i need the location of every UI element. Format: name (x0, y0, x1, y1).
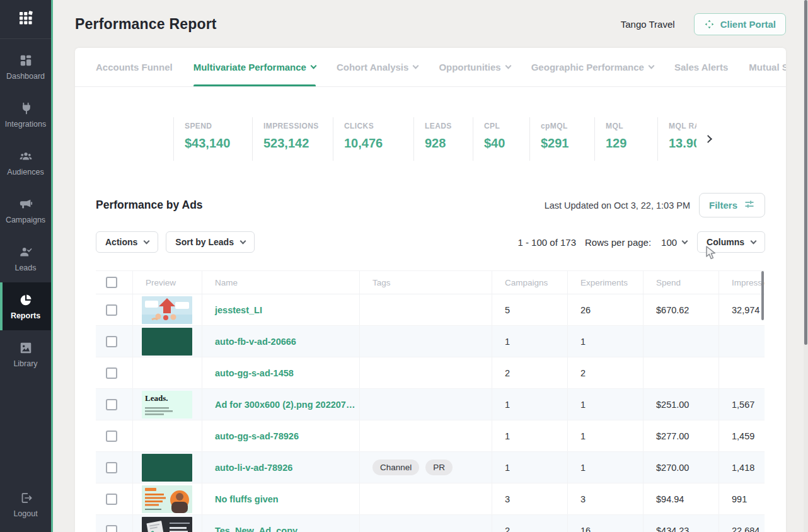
select-all-checkbox[interactable] (106, 277, 117, 288)
tab-mutual-success[interactable]: Mutual Success (749, 48, 786, 86)
ad-name-link[interactable]: auto-li-v-ad-78926 (215, 463, 292, 473)
column-header-impressions[interactable]: Impressions (719, 271, 765, 294)
name-cell: Tes_New_Ad_copy (202, 515, 359, 532)
chevron-down-icon (144, 238, 150, 244)
sidebar-item-library[interactable]: Library (0, 330, 51, 378)
column-header-experiments[interactable]: Experiments (567, 271, 643, 294)
filters-button[interactable]: Filters (699, 193, 765, 217)
app-logo[interactable] (0, 0, 51, 39)
row-checkbox[interactable] (106, 399, 117, 410)
kpi-label: LEADS (425, 122, 473, 130)
ad-name-link[interactable]: jesstest_LI (215, 305, 262, 315)
tags-cell (359, 515, 492, 532)
kpi-label: IMPRESSIONS (263, 122, 333, 130)
kpi-label: MQL (606, 122, 657, 130)
sort-by-label: Sort by Leads (175, 237, 234, 247)
row-checkbox[interactable] (106, 367, 117, 379)
column-header-campaigns[interactable]: Campaigns (492, 271, 567, 294)
ad-name-link[interactable]: Ad for 300x600 (2).png 202207… (215, 400, 355, 410)
ad-name-link[interactable]: No fluffs given (215, 494, 279, 504)
dashboard-icon (19, 54, 33, 67)
table-row: auto-gg-s-ad-145822 (96, 357, 765, 389)
report-tabs: Accounts FunnelMultivariate PerformanceC… (75, 48, 786, 87)
kpi-value: 523,142 (263, 136, 333, 151)
ad-name-link[interactable]: Tes_New_Ad_copy (215, 526, 297, 532)
sidebar-item-audiences[interactable]: Audiences (0, 139, 51, 187)
ad-name-link[interactable]: auto-gg-s-ad-78926 (215, 431, 299, 441)
ad-name-link[interactable]: auto-fb-v-ad-20666 (215, 337, 296, 347)
table-toolbar: Actions Sort by Leads 1 - 100 of 173 Row… (96, 231, 765, 253)
tag-badge: Channel (372, 460, 419, 475)
kpi-label: CLICKS (344, 122, 413, 130)
row-checkbox[interactable] (106, 336, 117, 347)
ad-name-link[interactable]: auto-gg-s-ad-1458 (215, 368, 294, 378)
column-header-name[interactable]: Name (202, 271, 359, 294)
column-header-spend[interactable]: Spend (643, 271, 719, 294)
ad-preview-green-solid-ad[interactable] (142, 454, 192, 482)
ad-preview-pipeline-banner-ad[interactable] (142, 517, 192, 532)
rows-per-page-value: 100 (661, 237, 677, 248)
sidebar-item-label: Logout (13, 509, 37, 518)
rows-per-page-select[interactable]: 100 (661, 237, 687, 248)
columns-button[interactable]: Columns (697, 231, 765, 253)
impressions-cell: 1,567 (719, 389, 765, 420)
row-checkbox[interactable] (106, 304, 117, 316)
experiments-cell: 16 (567, 515, 643, 532)
tab-multivariate-performance[interactable]: Multivariate Performance (193, 48, 316, 86)
tab-opportunities[interactable]: Opportunities (439, 48, 510, 86)
rows-per-page-label: Rows per page: (585, 237, 651, 248)
tags-cell (359, 483, 492, 514)
kpi-strip: SPEND$43,140IMPRESSIONS523,142CLICKS10,4… (173, 117, 696, 161)
kpi-next-button[interactable] (703, 132, 713, 146)
people-icon (19, 149, 33, 163)
section-head: Performance by Ads Last Updated on Oct 3… (96, 193, 765, 217)
sidebar-item-integrations[interactable]: Integrations (0, 91, 51, 139)
preview-cell (132, 515, 202, 532)
tab-geographic-performance[interactable]: Geographic Performance (531, 48, 654, 86)
tags-cell: ChannelPR (359, 452, 492, 483)
tab-sales-alerts[interactable]: Sales Alerts (674, 48, 728, 86)
ad-preview-pool-cartoon-ad[interactable] (142, 296, 192, 324)
ad-preview-green-solid-ad[interactable] (142, 328, 192, 356)
sidebar-item-leads[interactable]: Leads (0, 234, 51, 282)
tab-label: Multivariate Performance (193, 62, 306, 72)
filters-label: Filters (709, 200, 737, 211)
experiments-cell: 1 (567, 389, 643, 420)
page-scrollbar-track[interactable] (804, 0, 808, 532)
column-header-preview[interactable]: Preview (132, 271, 202, 294)
chevron-down-icon (751, 238, 757, 244)
spend-cell: $270.00 (643, 452, 719, 483)
sidebar-item-campaigns[interactable]: Campaigns (0, 187, 51, 234)
preview-cell: Leads. (132, 389, 202, 420)
impressions-cell: 22,684 (719, 515, 765, 532)
page-scrollbar-thumb[interactable] (804, 0, 807, 345)
row-select-cell (96, 515, 132, 532)
table-scrollbar-thumb[interactable] (761, 271, 764, 320)
ad-preview-switch-banner-ad[interactable] (142, 485, 192, 513)
tab-cohort-analysis[interactable]: Cohort Analysis (337, 48, 418, 86)
actions-button[interactable]: Actions (96, 231, 158, 253)
table-row: jesstest_LI526$670.6232,974 (96, 294, 765, 326)
campaigns-cell: 1 (492, 389, 567, 420)
preview-cell (132, 483, 202, 514)
impressions-cell (719, 357, 765, 388)
preview-cell (132, 326, 202, 357)
row-checkbox[interactable] (106, 431, 117, 442)
sidebar-item-logout[interactable]: Logout (0, 480, 51, 528)
spend-cell (643, 326, 719, 357)
ad-preview-leads-banner-ad[interactable]: Leads. (142, 391, 192, 419)
table-row: No fluffs given33$94.94991 (96, 483, 765, 515)
column-header-tags[interactable]: Tags (359, 271, 492, 294)
page-title: Performance Report (75, 16, 217, 33)
row-checkbox[interactable] (106, 494, 117, 505)
row-checkbox[interactable] (106, 525, 117, 532)
client-portal-button[interactable]: Client Portal (694, 13, 786, 35)
sidebar-item-dashboard[interactable]: Dashboard (0, 43, 51, 91)
row-checkbox[interactable] (106, 462, 117, 473)
tab-accounts-funnel[interactable]: Accounts Funnel (96, 48, 173, 86)
sort-by-button[interactable]: Sort by Leads (166, 231, 255, 253)
sidebar-item-reports[interactable]: Reports (0, 282, 51, 330)
tab-label: Opportunities (439, 62, 500, 72)
kpi-label: CPL (484, 122, 529, 130)
preview-cell (132, 357, 202, 388)
